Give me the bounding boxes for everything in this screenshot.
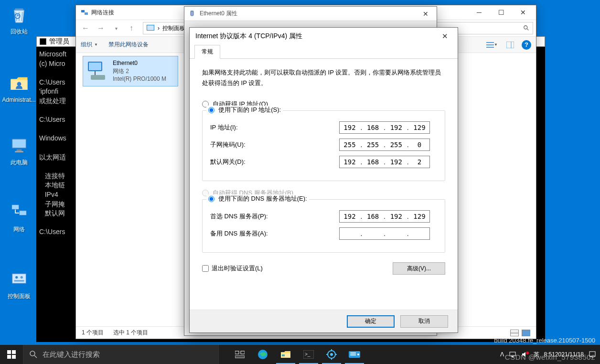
network[interactable]: 网络 — [1, 201, 37, 234]
svg-rect-8 — [12, 205, 19, 209]
maximize-button[interactable]: ☐ — [490, 5, 512, 20]
ipv4-titlebar[interactable]: Internet 协议版本 4 (TCP/IPv4) 属性 ✕ — [190, 28, 458, 45]
taskbar-search[interactable]: 在此键入进行搜索 — [23, 345, 219, 364]
ip-oct3[interactable] — [386, 124, 406, 131]
gateway-input[interactable]: . . . — [339, 156, 430, 168]
view-options-button[interactable]: ▼ — [485, 40, 499, 50]
svg-rect-0 — [15, 9, 23, 11]
dns1-label: 首选 DNS 服务器(P): — [210, 212, 339, 221]
svg-rect-22 — [486, 42, 494, 43]
dns2-input[interactable]: . . . — [339, 227, 430, 240]
ipv4-title-text: Internet 协议版本 4 (TCP/IPv4) 属性 — [195, 32, 438, 41]
this-pc[interactable]: 此电脑 — [1, 134, 37, 167]
gateway-label: 默认网关(D): — [210, 158, 339, 166]
props-close-button[interactable]: ✕ — [418, 9, 433, 19]
svg-rect-55 — [350, 354, 356, 355]
organize-button[interactable]: 组织 — [81, 41, 98, 49]
terminal-title-text: 管理员 — [49, 37, 69, 46]
dns1-oct3[interactable] — [386, 213, 406, 220]
file-explorer-button[interactable] — [274, 345, 297, 364]
ipv4-close-button[interactable]: ✕ — [438, 30, 452, 43]
gw-oct4[interactable] — [409, 158, 429, 166]
gw-oct2[interactable] — [363, 158, 383, 166]
start-button[interactable] — [0, 345, 23, 364]
disable-adapter-button[interactable]: 禁用此网络设备 — [108, 41, 149, 49]
subnet-mask-label: 子网掩码(U): — [210, 140, 339, 149]
nav-back-button[interactable]: ← — [79, 21, 92, 35]
adapter-item-ethernet0[interactable]: Ethernet0 网络 2 Intel(R) PRO/1000 M — [83, 56, 178, 86]
ip-oct1[interactable] — [340, 124, 360, 131]
advanced-button[interactable]: 高级(V)... — [393, 262, 445, 275]
minimize-button[interactable]: ─ — [468, 5, 490, 20]
task-view-button[interactable] — [228, 345, 251, 364]
svg-rect-23 — [486, 44, 494, 45]
user-folder-icon — [8, 72, 31, 95]
svg-text:>_: >_ — [305, 352, 311, 357]
ipv4-properties-dialog[interactable]: Internet 协议版本 4 (TCP/IPv4) 属性 ✕ 常规 如果网络支… — [189, 27, 458, 333]
recycle-bin-label: 回收站 — [1, 28, 37, 36]
props-titlebar[interactable]: Ethernet0 属性 ✕ — [184, 7, 437, 21]
ip-oct2[interactable] — [363, 124, 383, 131]
props-title-text: Ethernet0 属性 — [200, 10, 418, 18]
cmd-taskbar-button[interactable]: >_ — [297, 345, 320, 364]
view-details-button[interactable] — [510, 330, 519, 336]
network-label: 网络 — [1, 225, 37, 234]
svg-point-48 — [330, 353, 333, 356]
mask-oct4[interactable] — [409, 141, 429, 149]
control-panel[interactable]: 控制面板 — [1, 268, 37, 300]
radio-manual-ip-input[interactable] — [208, 107, 214, 113]
server-manager-button[interactable] — [343, 345, 366, 364]
ipv4-cancel-button[interactable]: 取消 — [400, 315, 448, 328]
svg-rect-36 — [12, 355, 16, 359]
recycle-bin[interactable]: 回收站 — [1, 3, 37, 36]
edge-button[interactable] — [251, 345, 274, 364]
dns2-oct3[interactable] — [386, 230, 406, 237]
tab-general[interactable]: 常规 — [194, 45, 220, 59]
tray-chevron[interactable]: ᐱ — [500, 351, 504, 358]
svg-point-56 — [357, 353, 359, 355]
gw-oct1[interactable] — [340, 158, 360, 166]
close-button[interactable]: ✕ — [512, 5, 534, 20]
mask-oct3[interactable] — [386, 141, 406, 149]
subnet-mask-input[interactable]: . . . — [339, 139, 430, 151]
svg-point-13 — [15, 276, 18, 278]
dns1-oct1[interactable] — [340, 213, 360, 220]
dns2-oct4[interactable] — [409, 230, 429, 237]
help-button[interactable]: ? — [522, 40, 531, 50]
svg-rect-19 — [147, 25, 154, 30]
search-icon — [523, 25, 530, 32]
view-large-icons-button[interactable] — [522, 330, 530, 336]
mask-oct2[interactable] — [363, 141, 383, 149]
nav-forward-button[interactable]: → — [94, 21, 107, 35]
radio-manual-dns-input[interactable] — [208, 196, 214, 202]
svg-rect-35 — [7, 355, 11, 359]
validate-label: 退出时验证设置(L) — [212, 264, 263, 273]
validate-on-exit[interactable]: 退出时验证设置(L) — [202, 264, 263, 273]
mask-oct1[interactable] — [340, 141, 360, 149]
nav-up-button[interactable]: ↑ — [125, 21, 138, 35]
ip-address-input[interactable]: . . . — [339, 121, 430, 134]
gw-oct3[interactable] — [386, 158, 406, 166]
settings-taskbar-button[interactable] — [320, 345, 343, 364]
dns1-oct2[interactable] — [363, 213, 383, 220]
status-items: 1 个项目 — [82, 329, 104, 337]
svg-point-2 — [17, 82, 21, 86]
preview-pane-button[interactable] — [504, 40, 517, 50]
nav-history-button[interactable]: ▾ — [109, 21, 123, 35]
administrator-folder[interactable]: Administrat... — [1, 72, 37, 103]
nic-icon — [86, 61, 109, 82]
validate-checkbox[interactable] — [202, 265, 209, 272]
manual-dns-group: 使用下面的 DNS 服务器地址(E): 首选 DNS 服务器(P): . . .… — [202, 199, 445, 253]
dns1-input[interactable]: . . . — [339, 210, 430, 223]
svg-rect-25 — [506, 42, 514, 48]
svg-rect-39 — [235, 351, 239, 354]
ipv4-ok-button[interactable]: 确定 — [347, 315, 395, 328]
dns2-oct1[interactable] — [340, 230, 360, 237]
adapter-status: 网络 2 — [113, 67, 166, 75]
control-panel-label: 控制面板 — [1, 292, 37, 300]
adapter-device: Intel(R) PRO/1000 M — [113, 75, 166, 83]
dns1-oct4[interactable] — [409, 213, 429, 220]
ip-oct4[interactable] — [409, 124, 429, 131]
dns2-oct2[interactable] — [363, 230, 383, 237]
breadcrumb-text[interactable]: 控制面板 — [162, 24, 185, 32]
